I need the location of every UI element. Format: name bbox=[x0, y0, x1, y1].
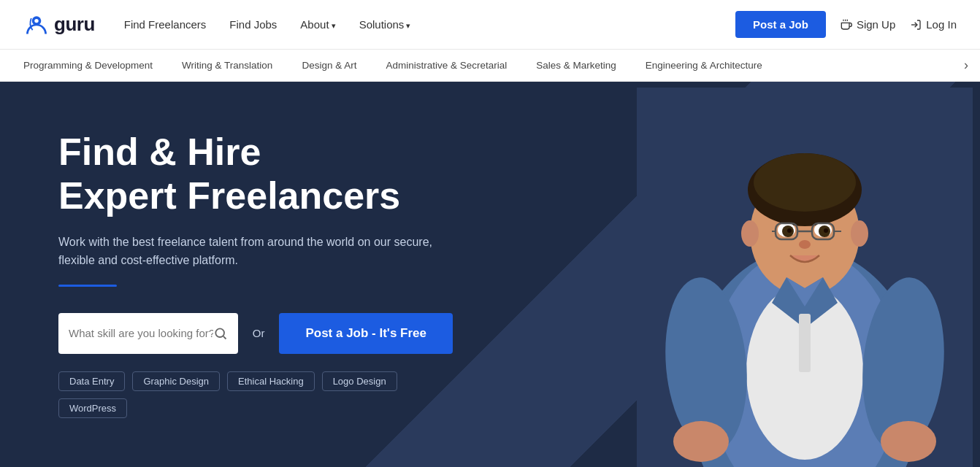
post-job-hero-button[interactable]: Post a Job - It's Free bbox=[279, 313, 453, 354]
signup-label: Sign Up bbox=[857, 18, 895, 31]
svg-point-34 bbox=[881, 421, 936, 462]
hero-title-line1: Find & Hire bbox=[58, 131, 261, 173]
search-row: Or Post a Job - It's Free bbox=[58, 313, 453, 354]
svg-point-1 bbox=[34, 18, 38, 22]
category-admin[interactable]: Administrative & Secretarial bbox=[371, 50, 521, 81]
category-engineering[interactable]: Engineering & Architecture bbox=[631, 50, 777, 81]
hero-content: Find & Hire Expert Freelancers Work with… bbox=[0, 87, 511, 462]
tag-row: Data Entry Graphic Design Ethical Hackin… bbox=[58, 371, 453, 418]
search-icon bbox=[213, 326, 228, 341]
svg-rect-30 bbox=[799, 314, 811, 372]
hero-title: Find & Hire Expert Freelancers bbox=[58, 131, 453, 218]
hero-person-image bbox=[629, 82, 980, 467]
logo-text: guru bbox=[54, 13, 95, 36]
navbar: guru Find Freelancers Find Jobs About So… bbox=[0, 0, 980, 50]
svg-point-29 bbox=[851, 220, 868, 247]
category-bar: Programming & Development Writing & Tran… bbox=[0, 50, 980, 82]
category-chevron-icon[interactable]: › bbox=[964, 58, 968, 73]
search-box bbox=[58, 313, 238, 354]
svg-point-21 bbox=[824, 228, 828, 233]
or-text: Or bbox=[253, 327, 265, 339]
hero-title-line2: Expert Freelancers bbox=[58, 174, 400, 217]
category-design[interactable]: Design & Art bbox=[287, 50, 371, 81]
logo[interactable]: guru bbox=[23, 12, 95, 38]
tag-logo-design[interactable]: Logo Design bbox=[322, 371, 397, 391]
svg-point-15 bbox=[754, 153, 856, 212]
svg-point-20 bbox=[787, 228, 792, 233]
post-job-button[interactable]: Post a Job bbox=[735, 11, 826, 38]
signup-button[interactable]: Sign Up bbox=[841, 18, 895, 31]
nav-links: Find Freelancers Find Jobs About Solutio… bbox=[124, 18, 735, 31]
tag-graphic-design[interactable]: Graphic Design bbox=[132, 371, 220, 391]
hero-divider bbox=[58, 285, 117, 287]
category-programming[interactable]: Programming & Development bbox=[23, 50, 167, 81]
search-button[interactable] bbox=[213, 326, 228, 341]
nav-find-jobs[interactable]: Find Jobs bbox=[229, 18, 277, 31]
svg-point-33 bbox=[673, 421, 729, 462]
hero-subtitle: Work with the best freelance talent from… bbox=[58, 233, 453, 270]
nav-find-freelancers[interactable]: Find Freelancers bbox=[124, 18, 207, 31]
svg-line-7 bbox=[223, 336, 226, 339]
category-writing[interactable]: Writing & Translation bbox=[167, 50, 287, 81]
svg-point-6 bbox=[215, 328, 224, 337]
svg-point-27 bbox=[799, 240, 811, 249]
category-sales[interactable]: Sales & Marketing bbox=[521, 50, 631, 81]
search-input[interactable] bbox=[69, 327, 213, 339]
svg-point-28 bbox=[741, 220, 759, 247]
nav-about[interactable]: About bbox=[300, 18, 335, 31]
tag-ethical-hacking[interactable]: Ethical Hacking bbox=[227, 371, 315, 391]
logo-icon bbox=[23, 12, 50, 38]
signup-icon bbox=[841, 19, 852, 31]
hero-section: Find & Hire Expert Freelancers Work with… bbox=[0, 82, 980, 467]
login-button[interactable]: Log In bbox=[910, 18, 957, 31]
nav-actions: Post a Job Sign Up Log In bbox=[735, 11, 957, 38]
login-icon bbox=[910, 19, 922, 31]
tag-wordpress[interactable]: WordPress bbox=[58, 398, 127, 418]
tag-data-entry[interactable]: Data Entry bbox=[58, 371, 125, 391]
person-svg bbox=[637, 88, 973, 467]
nav-solutions[interactable]: Solutions bbox=[359, 18, 411, 31]
login-label: Log In bbox=[926, 18, 957, 31]
